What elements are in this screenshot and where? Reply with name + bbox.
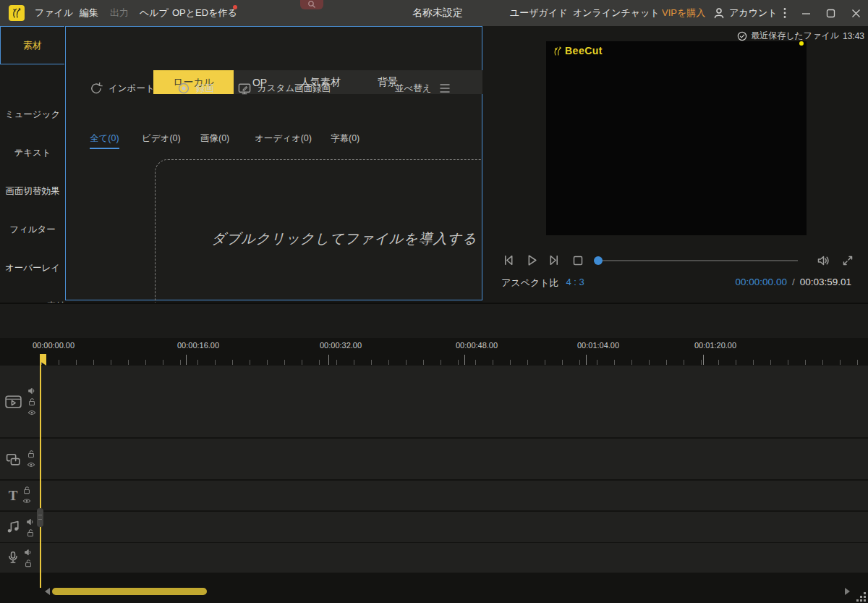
track-mute-icon[interactable] [27,387,36,395]
account-button[interactable]: アカウント [712,0,778,26]
seek-slider-thumb[interactable] [594,256,603,265]
sidebar-item-overlays[interactable]: オーバーレイ [0,262,65,274]
import-dropzone[interactable]: ダブルクリックしてファイルを導入する [155,159,534,318]
ruler-label: 00:00:16.00 [177,341,219,350]
project-title: 名称未設定 [407,0,468,26]
next-frame-button[interactable] [546,253,561,268]
online-chat-link[interactable]: オンラインチャット [573,0,660,26]
filter-video[interactable]: ビデオ(0) [142,132,181,148]
resize-grip-icon[interactable] [856,592,867,602]
preview-panel: 最近保存したファイル 13:43 BeeCut [482,26,868,303]
fullscreen-button[interactable] [841,254,854,267]
next-frame-icon [546,253,561,268]
video-preview: BeeCut [546,41,807,235]
maximize-button[interactable] [826,0,835,26]
filter-subtitle[interactable]: 字幕(0) [331,132,359,148]
playhead[interactable] [40,354,41,588]
track-voiceover-lane[interactable] [41,543,868,573]
search-popup-fragment[interactable] [300,0,323,9]
track-text-lane[interactable] [41,481,868,510]
playhead-grip[interactable] [37,508,43,527]
track-lock-icon[interactable] [22,486,31,494]
track-pip-header [0,439,40,479]
track-text: T [0,481,868,510]
stop-icon [571,254,584,267]
volume-button[interactable] [816,253,830,268]
close-button[interactable] [851,0,861,26]
record-label: 録画 [196,83,214,95]
track-lock-icon[interactable] [26,528,35,537]
aspect-label: アスペクト比 [501,277,559,290]
track-lock-icon[interactable] [27,450,35,458]
menu-export[interactable]: 出力 [110,0,129,26]
pip-track-icon [5,451,22,467]
menu-file[interactable]: ファイル [35,0,73,26]
video-track-icon [4,393,22,410]
track-mute-icon[interactable] [24,548,33,557]
custom-record-label: カスタム画面録画 [258,83,331,95]
track-video-lane[interactable] [41,366,868,437]
dropzone-hint: ダブルクリックしてファイルを導入する [211,229,477,248]
prev-frame-icon [501,253,516,268]
track-mute-icon[interactable] [26,518,35,526]
recent-saved-time: 13:43 [843,31,864,41]
app-logo[interactable] [9,0,25,26]
track-music-lane[interactable] [41,512,868,542]
ruler-label: 00:00:48.00 [456,341,498,350]
voiceover-track-icon [7,551,19,565]
notification-dot [233,5,237,9]
track-visibility-icon[interactable] [22,497,31,505]
stop-button[interactable] [571,254,584,267]
timeline-ruler[interactable]: 00:00:00.00 00:00:16.00 00:00:32.00 00:0… [0,338,868,366]
menu-op-ed[interactable]: OPとEDを作る [172,0,237,26]
track-music [0,512,868,542]
edit-toolbar: T [0,303,868,338]
hscroll-left-arrow[interactable] [45,588,50,595]
recent-saved-link[interactable]: 最近保存したファイル 13:43 [737,30,864,42]
filter-image[interactable]: 画像(0) [200,132,229,148]
sidebar-item-filters[interactable]: フィルター [0,224,65,236]
hscroll-thumb[interactable] [52,588,207,595]
track-voiceover [0,543,868,573]
more-menu-button[interactable] [782,0,788,26]
ruler-label: 00:00:00.00 [33,341,75,350]
sidebar-item-media[interactable]: 素材 [0,26,64,64]
track-lock-icon[interactable] [27,397,36,406]
track-visibility-icon[interactable] [27,460,35,469]
track-lock-icon[interactable] [24,559,33,568]
menu-edit[interactable]: 編集 [80,0,98,26]
filter-all[interactable]: 全て(0) [90,132,119,149]
screen-record-icon [237,82,252,96]
menu-help[interactable]: ヘルプ [140,0,169,26]
track-pip-lane[interactable] [41,439,868,479]
ruler-label: 00:00:32.00 [320,341,362,350]
prev-frame-button[interactable] [501,253,516,268]
aspect-ratio-control[interactable]: アスペクト比 4 : 3 [501,277,584,290]
play-button[interactable] [524,253,539,268]
minimize-icon [801,9,811,18]
sort-button[interactable]: 並べ替え [395,80,451,97]
user-guide-link[interactable]: ユーザガイド [510,0,568,26]
track-visibility-icon[interactable] [27,408,36,417]
filter-audio[interactable]: オーディオ(0) [255,132,312,148]
media-panel: ローカル OP 人気素材 背景 インポート 録画 カスタム画面録画 [65,26,482,300]
maximize-icon [826,9,835,18]
seek-slider-track[interactable] [597,260,798,261]
custom-screen-record-button[interactable]: カスタム画面録画 [237,80,331,97]
beecut-window: ファイル 編集 出力 ヘルプ OPとEDを作る 名称未設定 ユーザガイド オンラ… [0,0,868,603]
aspect-value: 4 : 3 [566,277,584,290]
volume-icon [816,253,830,268]
record-button[interactable]: 録画 [177,80,214,97]
buy-vip-link[interactable]: VIPを購入 [662,0,705,26]
record-icon [177,82,190,95]
track-text-header: T [0,481,40,510]
sidebar-item-text[interactable]: テキスト [0,147,65,159]
hscroll-right-arrow[interactable] [845,588,850,595]
track-music-header [0,512,40,542]
minimize-button[interactable] [801,0,811,26]
corner-handle-dot [799,41,804,46]
sidebar-item-music[interactable]: ミュージック [0,109,65,121]
sidebar-item-transitions[interactable]: 画面切替効果 [0,185,65,198]
track-voiceover-header [0,543,40,573]
import-button[interactable]: インポート [89,80,155,97]
